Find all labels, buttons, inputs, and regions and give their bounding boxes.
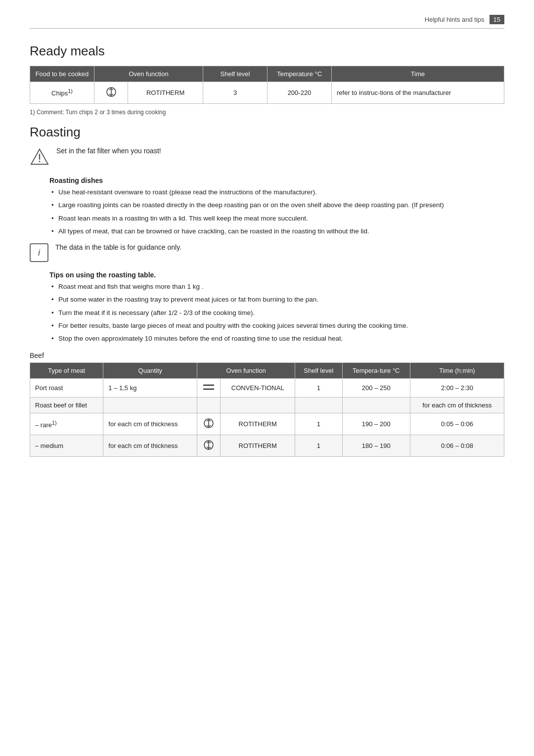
rotitherm-icon	[105, 86, 117, 98]
oven-function-label-cell: ROTITHERM	[221, 435, 295, 457]
beef-col-temp: Tempera-ture °C	[342, 363, 410, 379]
shelf-level-cell: 3	[203, 82, 267, 104]
table-row: Port roast 1 – 1,5 kg CONVEN-TIONAL 1 20…	[30, 379, 504, 398]
col-temperature: Temperature °C	[267, 66, 332, 82]
quantity-cell: for each cm of thickness	[103, 413, 197, 435]
list-item: For better results, baste large pieces o…	[49, 321, 504, 331]
roasting-title: Roasting	[30, 125, 504, 140]
time-cell: refer to instruc-tions of the manufactur…	[332, 82, 504, 104]
oven-icon-cell	[197, 435, 221, 457]
beef-col-quantity: Quantity	[103, 363, 197, 379]
quantity-cell	[103, 398, 197, 413]
oven-function-label-cell	[221, 398, 295, 413]
oven-function-label-cell: ROTITHERM	[221, 413, 295, 435]
beef-col-type: Type of meat	[30, 363, 103, 379]
header-title: Helpful hints and tips	[425, 16, 485, 23]
shelf-level-cell: 1	[295, 379, 342, 398]
shelf-level-cell: 1	[295, 413, 342, 435]
table-row: – medium for each cm of thickness ROTITH…	[30, 435, 504, 457]
list-item: Turn the meat if it is necessary (after …	[49, 308, 504, 318]
list-item: Roast lean meats in a roasting tin with …	[49, 214, 504, 223]
list-item: Large roasting joints can be roasted dir…	[49, 200, 504, 210]
time-cell: 0:06 – 0:08	[410, 435, 504, 457]
table-row: Roast beef or fillet for each cm of thic…	[30, 398, 504, 413]
roasting-dishes-list: Use heat-resistant ovenware to roast (pl…	[49, 187, 504, 236]
warning-icon	[30, 147, 49, 167]
col-food: Food to be cooked	[30, 66, 94, 82]
tips-title: Tips on using the roasting table.	[49, 271, 504, 279]
oven-icon-cell	[94, 82, 128, 104]
list-item: Stop the oven approximately 10 minutes b…	[49, 334, 504, 344]
meat-type-cell: Roast beef or fillet	[30, 398, 103, 413]
ready-meals-table: Food to be cooked Oven function Shelf le…	[30, 66, 504, 104]
list-item: Roast meat and fish that weighs more tha…	[49, 282, 504, 292]
beef-table: Type of meat Quantity Oven function Shel…	[30, 362, 504, 457]
warning-text: Set in the fat filter when you roast!	[56, 147, 161, 155]
list-item: Use heat-resistant ovenware to roast (pl…	[49, 187, 504, 197]
info-box: i The data in the table is for guidance …	[30, 243, 504, 262]
roasting-section: Roasting Set in the fat filter when you …	[30, 125, 504, 457]
rotitherm-icon	[203, 439, 215, 451]
temperature-cell: 200-220	[267, 82, 332, 104]
roasting-dishes: Roasting dishes Use heat-resistant ovenw…	[30, 177, 504, 236]
time-cell: 2:00 – 2:30	[410, 379, 504, 398]
table-row: Chips1) ROTITHERM 3 200-220 refer to ins…	[30, 82, 504, 104]
temperature-cell: 200 – 250	[342, 379, 410, 398]
tips-section: Tips on using the roasting table. Roast …	[30, 271, 504, 344]
list-item: Put some water in the roasting tray to p…	[49, 295, 504, 305]
conventional-icon	[202, 383, 215, 392]
tips-list: Roast meat and fish that weighs more tha…	[49, 282, 504, 344]
meat-type-cell: Port roast	[30, 379, 103, 398]
rotitherm-icon	[203, 417, 215, 429]
oven-function-label-cell: ROTITHERM	[128, 82, 203, 104]
info-icon: i	[30, 243, 48, 262]
quantity-cell: for each cm of thickness	[103, 435, 197, 457]
meat-type-cell: – medium	[30, 435, 103, 457]
time-cell: for each cm of thickness	[410, 398, 504, 413]
col-time: Time	[332, 66, 504, 82]
oven-icon-cell	[197, 379, 221, 398]
roasting-dishes-title: Roasting dishes	[49, 177, 504, 184]
ready-meals-title: Ready meals	[30, 44, 504, 59]
table-row: – rare1) for each cm of thickness ROTITH…	[30, 413, 504, 435]
oven-function-label-cell: CONVEN-TIONAL	[221, 379, 295, 398]
oven-icon-cell	[197, 398, 221, 413]
ready-meals-footnote: 1) Comment: Turn chips 2 or 3 times duri…	[30, 109, 504, 116]
warning-box: Set in the fat filter when you roast!	[30, 147, 504, 167]
info-text: The data in the table is for guidance on…	[55, 243, 181, 251]
list-item: All types of meat, that can be browned o…	[49, 226, 504, 236]
time-cell: 0:05 – 0:06	[410, 413, 504, 435]
col-shelf-level: Shelf level	[203, 66, 267, 82]
page-number: 15	[490, 15, 504, 24]
beef-col-oven-function: Oven function	[197, 363, 295, 379]
beef-label: Beef	[30, 352, 504, 359]
shelf-level-cell: 1	[295, 435, 342, 457]
col-oven-function: Oven function	[94, 66, 203, 82]
beef-col-time: Time (h:min)	[410, 363, 504, 379]
shelf-level-cell	[295, 398, 342, 413]
quantity-cell: 1 – 1,5 kg	[103, 379, 197, 398]
oven-icon-cell	[197, 413, 221, 435]
page-header: Helpful hints and tips 15	[30, 15, 504, 29]
svg-point-4	[39, 161, 41, 162]
temperature-cell: 190 – 200	[342, 413, 410, 435]
meat-type-cell: – rare1)	[30, 413, 103, 435]
temperature-cell	[342, 398, 410, 413]
beef-col-shelf: Shelf level	[295, 363, 342, 379]
food-cell: Chips1)	[30, 82, 94, 104]
temperature-cell: 180 – 190	[342, 435, 410, 457]
ready-meals-section: Ready meals Food to be cooked Oven funct…	[30, 44, 504, 116]
